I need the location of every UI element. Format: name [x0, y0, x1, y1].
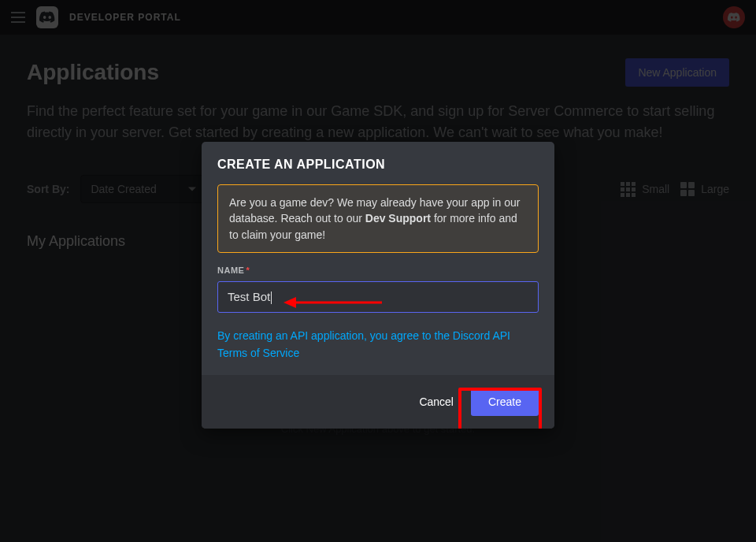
create-application-modal: CREATE AN APPLICATION Are you a game dev…	[202, 142, 554, 429]
name-field-label: NAME*	[217, 265, 539, 275]
application-name-value: Test Bot	[228, 290, 270, 303]
game-dev-notice: Are you a game dev? We may already have …	[217, 184, 539, 253]
modal-title: CREATE AN APPLICATION	[217, 158, 539, 172]
create-button[interactable]: Create	[471, 388, 539, 416]
modal-overlay: CREATE AN APPLICATION Are you a game dev…	[0, 0, 756, 542]
cancel-button[interactable]: Cancel	[405, 388, 468, 416]
tos-link[interactable]: By creating an API application, you agre…	[217, 327, 539, 362]
application-name-input[interactable]: Test Bot	[217, 281, 539, 313]
notice-dev-support-link[interactable]: Dev Support	[365, 212, 431, 225]
